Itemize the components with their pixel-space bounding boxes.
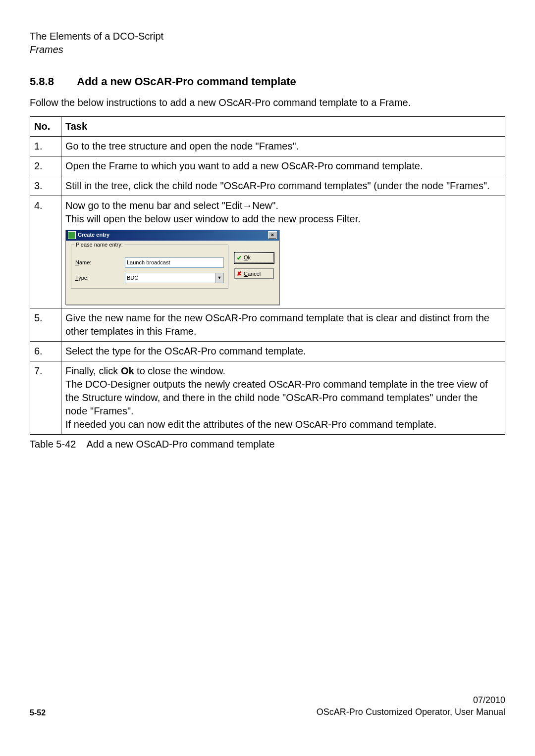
cell-no: 2.	[30, 156, 61, 176]
table-row: 1. Go to the tree structure and open the…	[30, 136, 505, 156]
cell-task: Open the Frame to which you want to add …	[61, 156, 505, 176]
chevron-down-icon[interactable]: ▼	[215, 273, 223, 283]
section-heading: 5.8.8 Add a new OScAR-Pro command templa…	[30, 74, 505, 89]
col-header-no: No.	[30, 116, 61, 136]
task-table: No. Task 1. Go to the tree structure and…	[30, 116, 505, 435]
page-number: 5-52	[30, 707, 46, 718]
section-number: 5.8.8	[30, 74, 74, 89]
cell-no: 4.	[30, 196, 61, 308]
table-row: 7. Finally, click Ok to close the window…	[30, 361, 505, 434]
table-row: 2. Open the Frame to which you want to a…	[30, 156, 505, 176]
step4-line1: Now go to the menu bar and select "Edit→…	[65, 199, 501, 212]
table-row: 4. Now go to the menu bar and select "Ed…	[30, 196, 505, 308]
type-label: Type:	[75, 274, 125, 282]
footer-date: 07/2010	[317, 694, 505, 706]
name-entry-group: Please name entry: Name: Type: BDC ▼	[71, 245, 228, 289]
cell-task: Select the type for the OScAR-Pro comman…	[61, 341, 505, 361]
cell-no: 5.	[30, 308, 61, 341]
caption-text: Add a new OScAD-Pro command template	[86, 439, 274, 450]
cell-task: Give the new name for the new OScAR-Pro …	[61, 308, 505, 341]
cell-no: 1.	[30, 136, 61, 156]
running-header-line1: The Elements of a DCO-Script	[30, 30, 505, 43]
ok-button[interactable]: ✔ Ok	[234, 252, 274, 263]
caption-label: Table 5-42	[30, 438, 84, 451]
cancel-button[interactable]: ✘ Cancel	[234, 268, 274, 279]
cell-task: Go to the tree structure and open the no…	[61, 136, 505, 156]
intro-paragraph: Follow the below instructions to add a n…	[30, 96, 505, 109]
name-label: Name:	[75, 259, 125, 266]
dialog-titlebar: Create entry ×	[66, 230, 279, 241]
table-row: 5. Give the new name for the new OScAR-P…	[30, 308, 505, 341]
dialog-title: Create entry	[78, 231, 109, 239]
cell-no: 6.	[30, 341, 61, 361]
table-row: 3. Still in the tree, click the child no…	[30, 176, 505, 196]
cross-icon: ✘	[237, 270, 242, 278]
footer-doc-title: OScAR-Pro Customized Operator, User Manu…	[317, 706, 505, 718]
step4-line2: This will open the below user window to …	[65, 212, 501, 226]
type-select[interactable]: BDC ▼	[125, 273, 224, 283]
create-entry-dialog: Create entry × Please name entry: Name:	[65, 230, 279, 305]
cell-task: Still in the tree, click the child node …	[61, 176, 505, 196]
running-header-line2: Frames	[30, 43, 505, 56]
cell-no: 3.	[30, 176, 61, 196]
cell-no: 7.	[30, 361, 61, 434]
table-caption: Table 5-42 Add a new OScAD-Pro command t…	[30, 438, 505, 451]
col-header-task: Task	[61, 116, 505, 136]
name-input[interactable]	[125, 257, 224, 268]
check-icon: ✔	[237, 254, 242, 262]
section-title: Add a new OScAR-Pro command template	[77, 75, 296, 88]
close-icon[interactable]: ×	[268, 231, 277, 239]
group-legend: Please name entry:	[74, 241, 124, 249]
cell-task: Finally, click Ok to close the window. T…	[61, 361, 505, 434]
type-select-value: BDC	[125, 273, 215, 283]
cell-task: Now go to the menu bar and select "Edit→…	[61, 196, 505, 308]
table-row: 6. Select the type for the OScAR-Pro com…	[30, 341, 505, 361]
dialog-app-icon	[68, 231, 76, 239]
